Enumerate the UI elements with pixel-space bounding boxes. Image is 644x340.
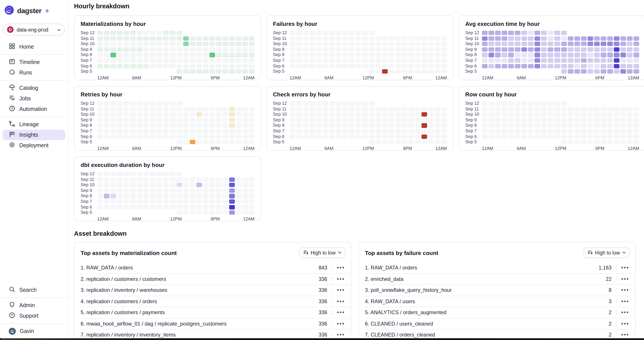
- heatmap-cell[interactable]: [541, 118, 547, 122]
- heatmap-cell[interactable]: [110, 64, 116, 68]
- heatmap-cell[interactable]: [309, 36, 315, 40]
- heatmap-cell[interactable]: [522, 112, 527, 116]
- heatmap-cell[interactable]: [183, 53, 188, 57]
- heatmap-cell[interactable]: [634, 58, 639, 63]
- heatmap-cell[interactable]: [303, 123, 308, 128]
- heatmap-cell[interactable]: [369, 140, 374, 144]
- heatmap-cell[interactable]: [222, 123, 228, 128]
- heatmap-cell[interactable]: [515, 36, 520, 40]
- heatmap-cell[interactable]: [568, 118, 573, 122]
- heatmap-cell[interactable]: [362, 64, 368, 68]
- heatmap-cell[interactable]: [183, 205, 188, 209]
- heatmap-cell[interactable]: [548, 101, 554, 106]
- heatmap-cell[interactable]: [156, 172, 162, 176]
- heatmap-cell[interactable]: [202, 194, 208, 198]
- heatmap-cell[interactable]: [554, 47, 560, 52]
- heatmap-cell[interactable]: [620, 47, 626, 52]
- heatmap-cell[interactable]: [428, 112, 434, 116]
- heatmap-cell[interactable]: [97, 53, 103, 57]
- heatmap-cell[interactable]: [408, 107, 414, 111]
- heatmap-cell[interactable]: [581, 64, 586, 68]
- heatmap-cell[interactable]: [627, 47, 632, 52]
- heatmap-cell[interactable]: [236, 42, 242, 46]
- deployment-selector[interactable]: D data-eng-prod: [3, 24, 65, 36]
- sidebar-item-insights[interactable]: Insights: [3, 130, 65, 140]
- heatmap-cell[interactable]: [209, 210, 215, 215]
- heatmap-cell[interactable]: [594, 47, 600, 52]
- table-row[interactable]: 3. poll_snowflake_query_history_hour8●●●: [365, 285, 635, 296]
- heatmap-cell[interactable]: [375, 42, 381, 46]
- heatmap-cell[interactable]: [488, 101, 494, 106]
- heatmap-cell[interactable]: [342, 64, 348, 68]
- heatmap-cell[interactable]: [369, 112, 374, 116]
- heatmap-cell[interactable]: [561, 134, 567, 139]
- heatmap-cell[interactable]: [150, 64, 156, 68]
- heatmap-cell[interactable]: [515, 123, 520, 128]
- heatmap-cell[interactable]: [216, 210, 222, 215]
- heatmap-cell[interactable]: [502, 123, 507, 128]
- heatmap-cell[interactable]: [183, 199, 188, 204]
- heatmap-cell[interactable]: [104, 47, 110, 52]
- heatmap-cell[interactable]: [495, 42, 501, 46]
- heatmap-cell[interactable]: [190, 58, 195, 63]
- heatmap-cell[interactable]: [296, 134, 302, 139]
- heatmap-cell[interactable]: [290, 118, 295, 122]
- heatmap-cell[interactable]: [415, 112, 420, 116]
- heatmap-cell[interactable]: [554, 31, 560, 35]
- heatmap-cell[interactable]: [150, 36, 156, 40]
- heatmap-cell[interactable]: [196, 205, 202, 209]
- heatmap-cell[interactable]: [422, 112, 427, 116]
- heatmap-cell[interactable]: [495, 129, 501, 133]
- heatmap-cell[interactable]: [356, 58, 361, 63]
- heatmap-cell[interactable]: [522, 58, 527, 63]
- heatmap-cell[interactable]: [482, 101, 488, 106]
- heatmap-cell[interactable]: [541, 36, 547, 40]
- heatmap-cell[interactable]: [356, 36, 361, 40]
- heatmap-cell[interactable]: [502, 118, 507, 122]
- heatmap-cell[interactable]: [196, 210, 202, 215]
- heatmap-cell[interactable]: [574, 69, 580, 74]
- heatmap-cell[interactable]: [229, 194, 235, 198]
- heatmap-cell[interactable]: [428, 134, 434, 139]
- heatmap-cell[interactable]: [176, 58, 182, 63]
- heatmap-cell[interactable]: [316, 36, 322, 40]
- heatmap-cell[interactable]: [190, 134, 195, 139]
- heatmap-cell[interactable]: [249, 134, 254, 139]
- heatmap-cell[interactable]: [535, 107, 540, 111]
- heatmap-cell[interactable]: [356, 31, 361, 35]
- heatmap-cell[interactable]: [97, 58, 103, 63]
- heatmap-cell[interactable]: [382, 123, 388, 128]
- heatmap-cell[interactable]: [601, 134, 606, 139]
- heatmap-cell[interactable]: [422, 123, 427, 128]
- heatmap-cell[interactable]: [322, 58, 328, 63]
- heatmap-cell[interactable]: [369, 69, 374, 74]
- heatmap-cell[interactable]: [342, 101, 348, 106]
- heatmap-cell[interactable]: [202, 210, 208, 215]
- heatmap-cell[interactable]: [322, 123, 328, 128]
- heatmap-cell[interactable]: [482, 42, 488, 46]
- heatmap-cell[interactable]: [349, 64, 355, 68]
- heatmap-cell[interactable]: [222, 47, 228, 52]
- heatmap-cell[interactable]: [296, 107, 302, 111]
- heatmap-cell[interactable]: [362, 47, 368, 52]
- heatmap-cell[interactable]: [322, 107, 328, 111]
- heatmap-cell[interactable]: [620, 53, 626, 57]
- heatmap-cell[interactable]: [522, 53, 527, 57]
- heatmap-cell[interactable]: [296, 118, 302, 122]
- heatmap-cell[interactable]: [150, 107, 156, 111]
- heatmap-cell[interactable]: [144, 177, 149, 182]
- row-menu-button[interactable]: ●●●: [620, 266, 630, 270]
- heatmap-cell[interactable]: [176, 118, 182, 122]
- heatmap-cell[interactable]: [568, 53, 573, 57]
- heatmap-cell[interactable]: [634, 69, 639, 74]
- heatmap-cell[interactable]: [249, 69, 254, 74]
- heatmap-cell[interactable]: [515, 58, 520, 63]
- heatmap-cell[interactable]: [568, 64, 573, 68]
- table-row[interactable]: 5. ANALYTICS / orders_augmented2●●●: [365, 307, 635, 318]
- heatmap-cell[interactable]: [176, 31, 182, 35]
- heatmap-cell[interactable]: [561, 64, 567, 68]
- heatmap-cell[interactable]: [336, 53, 342, 57]
- heatmap-cell[interactable]: [362, 123, 368, 128]
- heatmap-cell[interactable]: [196, 69, 202, 74]
- heatmap-cell[interactable]: [130, 53, 136, 57]
